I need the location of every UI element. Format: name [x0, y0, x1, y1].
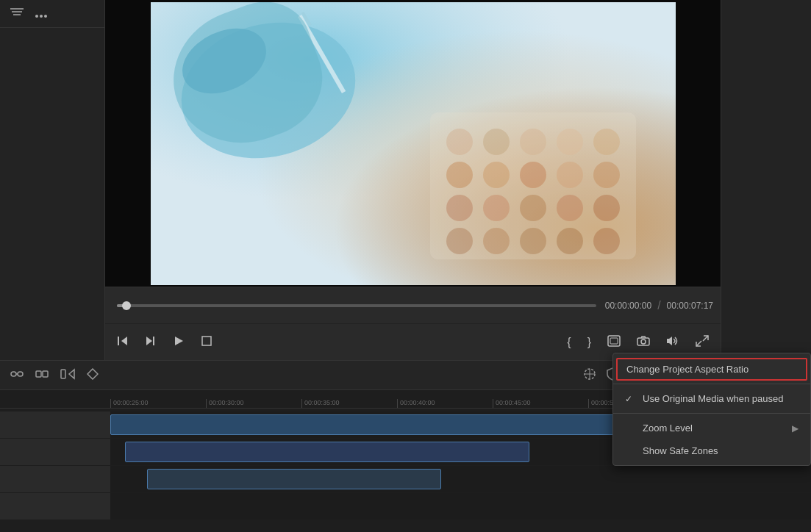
svg-point-24: [593, 162, 620, 188]
svg-rect-42: [610, 338, 618, 344]
track-label-2: [0, 439, 110, 465]
menu-item-label: Show Safe Zones: [643, 445, 718, 456]
svg-point-31: [483, 228, 510, 254]
svg-point-28: [557, 195, 583, 221]
svg-rect-48: [11, 372, 16, 376]
play-icon: [173, 335, 185, 347]
snapshot-button[interactable]: [632, 332, 654, 353]
svg-rect-51: [36, 371, 41, 377]
svg-point-26: [483, 195, 510, 221]
left-panel: [0, 0, 105, 360]
svg-point-18: [557, 129, 583, 155]
ruler-mark-0: 00:00:25:00: [110, 399, 206, 408]
ruler-mark-2: 00:00:35:00: [301, 399, 397, 408]
svg-point-44: [641, 339, 646, 344]
more-options-button[interactable]: [32, 7, 50, 21]
ellipsis-icon: [35, 15, 47, 18]
svg-point-21: [483, 162, 510, 188]
track-clip-1[interactable]: [110, 414, 625, 435]
time-separator: /: [657, 299, 660, 312]
fit-view-button[interactable]: [603, 332, 625, 353]
step-forward-icon: [145, 335, 157, 347]
svg-line-47: [696, 341, 701, 346]
svg-point-4: [40, 15, 43, 18]
svg-marker-36: [121, 337, 127, 345]
svg-point-22: [520, 162, 546, 188]
track-label-1: [0, 411, 110, 438]
filter-icon: [10, 7, 24, 18]
menu-item-label: Use Original Media when paused: [643, 393, 784, 404]
no-check-spacer: ✓: [625, 423, 637, 434]
track-content-4: [110, 493, 811, 520]
video-frame: [105, 0, 721, 287]
svg-point-16: [483, 129, 510, 155]
menu-item-change-aspect-ratio[interactable]: Change Project Aspect Ratio: [616, 358, 807, 381]
svg-point-32: [520, 228, 546, 254]
svg-rect-40: [202, 337, 211, 345]
add-marker-button[interactable]: [84, 365, 101, 385]
progress-thumb[interactable]: [122, 301, 131, 310]
svg-rect-41: [608, 336, 620, 346]
mark-out-button[interactable]: }: [583, 333, 596, 352]
link-clips-button[interactable]: [7, 365, 26, 385]
mark-in-button[interactable]: {: [562, 333, 575, 352]
svg-point-5: [44, 15, 47, 18]
track-clip-3[interactable]: [147, 469, 441, 489]
svg-rect-53: [61, 370, 65, 378]
filter-button[interactable]: [7, 6, 26, 21]
track-content-3: [110, 466, 811, 492]
video-content: [151, 2, 676, 285]
total-time-display: 00:00:07:17: [667, 301, 713, 311]
play-button[interactable]: [168, 332, 189, 353]
svg-rect-49: [18, 372, 23, 376]
no-check-spacer-2: ✓: [625, 446, 637, 456]
svg-point-15: [446, 129, 473, 155]
step-back-icon: [117, 335, 129, 347]
current-time-display: 00:00:00:00: [605, 301, 651, 311]
audio-button[interactable]: [662, 332, 684, 353]
group-icon: [35, 368, 49, 380]
svg-point-25: [446, 195, 473, 221]
prev-edit-button[interactable]: [57, 365, 78, 385]
mark-out-icon: }: [587, 336, 591, 348]
video-thumbnail: [151, 2, 676, 285]
menu-item-label: Change Project Aspect Ratio: [626, 364, 749, 375]
effects-button[interactable]: [580, 364, 599, 386]
track-clip-2[interactable]: [125, 442, 529, 462]
prev-edit-icon: [60, 368, 75, 380]
video-player-area: 00:00:00:00 / 00:00:07:17: [105, 0, 721, 360]
menu-divider-2: [613, 413, 810, 414]
svg-point-20: [446, 162, 473, 188]
seek-bar-container: 00:00:00:00 / 00:00:07:17: [105, 287, 721, 323]
svg-point-23: [557, 162, 583, 188]
left-panel-header: [0, 0, 104, 28]
menu-item-show-safe-zones[interactable]: ✓ Show Safe Zones: [613, 439, 810, 462]
svg-point-34: [593, 228, 620, 254]
track-label-3: [0, 466, 110, 492]
svg-line-46: [703, 336, 708, 341]
fit-view-icon: [607, 335, 621, 347]
svg-point-3: [35, 15, 38, 18]
menu-item-use-original-media[interactable]: ✓ Use Original Media when paused: [613, 387, 810, 410]
menu-item-label: Zoom Level: [643, 423, 693, 434]
menu-item-zoom-level[interactable]: ✓ Zoom Level ▶: [613, 417, 810, 439]
track-row-3: [0, 466, 811, 492]
svg-point-29: [593, 195, 620, 221]
audio-icon: [666, 335, 679, 347]
svg-point-17: [520, 129, 546, 155]
svg-rect-52: [43, 371, 48, 377]
seek-bar[interactable]: [117, 304, 596, 307]
fullscreen-icon: [696, 335, 709, 347]
svg-marker-39: [175, 337, 183, 345]
effects-icon: [583, 367, 596, 381]
fullscreen-button[interactable]: [691, 332, 713, 353]
step-forward-button[interactable]: [140, 332, 161, 353]
svg-point-30: [446, 228, 473, 254]
stop-button[interactable]: [196, 332, 217, 353]
ruler-mark-3: 00:00:40:00: [397, 399, 493, 408]
mark-in-icon: {: [567, 336, 571, 348]
group-clips-button[interactable]: [32, 365, 51, 385]
ruler-mark-1: 00:00:30:00: [206, 399, 301, 408]
step-back-button[interactable]: [112, 332, 133, 353]
submenu-arrow-icon: ▶: [792, 423, 799, 434]
